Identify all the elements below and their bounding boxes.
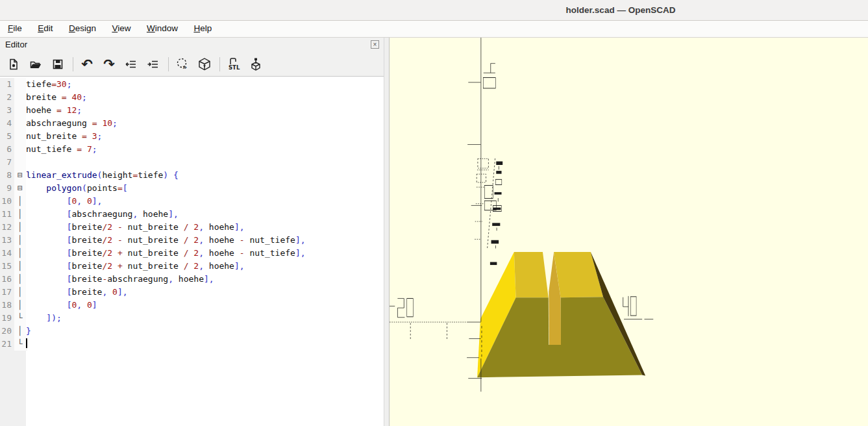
line-number: 6 bbox=[0, 143, 14, 156]
editor-panel: Editor × bbox=[0, 38, 384, 426]
code-editor[interactable]: 1tiefe=30;2breite = 40;3hoehe = 12;4absc… bbox=[0, 77, 384, 426]
fold-line: │ bbox=[14, 195, 26, 208]
code-line[interactable]: 21└ bbox=[0, 338, 384, 351]
print-3d-icon bbox=[249, 57, 263, 71]
code-text: [abschraegung, hoehe], bbox=[26, 208, 179, 221]
line-number: 3 bbox=[0, 104, 14, 117]
axis-ruler bbox=[390, 38, 482, 392]
line-number: 1 bbox=[0, 78, 14, 91]
unindent-button[interactable] bbox=[123, 56, 140, 73]
panel-splitter[interactable] bbox=[384, 38, 390, 426]
fold-line: │ bbox=[14, 234, 26, 247]
menu-window[interactable]: Window bbox=[140, 21, 184, 35]
preview-button[interactable]: » bbox=[174, 56, 191, 73]
menu-file[interactable]: File bbox=[1, 21, 29, 35]
code-text: polygon(points=[ bbox=[26, 182, 128, 195]
code-text: breite = 40; bbox=[26, 91, 87, 104]
close-icon[interactable]: × bbox=[371, 40, 379, 49]
code-line[interactable]: 13│ [breite/2 - nut_breite / 2, hoehe - … bbox=[0, 234, 384, 247]
toolbar-separator bbox=[219, 57, 220, 71]
send-to-print-button[interactable] bbox=[247, 56, 264, 73]
unindent-icon bbox=[125, 58, 138, 71]
redo-button[interactable]: ↷ bbox=[101, 56, 118, 73]
code-line[interactable]: 16│ [breite-abschraegung, hoehe], bbox=[0, 273, 384, 286]
fold-line: │ bbox=[14, 286, 26, 299]
code-line[interactable]: 12│ [breite/2 - nut_breite / 2, hoehe], bbox=[0, 221, 384, 234]
code-line[interactable]: 14│ [breite/2 + nut_breite / 2, hoehe - … bbox=[0, 247, 384, 260]
fold-line: └ bbox=[14, 312, 26, 325]
fold-line bbox=[14, 104, 26, 117]
export-stl-button[interactable]: STL bbox=[225, 56, 242, 73]
code-text: [breite-abschraegung, hoehe], bbox=[26, 273, 214, 286]
indent-button[interactable] bbox=[145, 56, 162, 73]
render-cube-icon bbox=[197, 57, 212, 71]
export-stl-icon: STL bbox=[226, 56, 242, 72]
editor-panel-header: Editor × bbox=[0, 38, 384, 52]
line-number: 2 bbox=[0, 91, 14, 104]
code-line[interactable]: 1tiefe=30; bbox=[0, 78, 384, 91]
menu-view[interactable]: View bbox=[105, 21, 137, 35]
line-number: 18 bbox=[0, 299, 14, 312]
undo-icon: ↶ bbox=[81, 58, 93, 71]
code-line[interactable]: 2breite = 40; bbox=[0, 91, 384, 104]
preview-icon: » bbox=[175, 57, 190, 71]
render-button[interactable] bbox=[196, 56, 213, 73]
code-line[interactable]: 9⊟ polygon(points=[ bbox=[0, 182, 384, 195]
save-file-button[interactable] bbox=[49, 56, 66, 73]
line-number: 13 bbox=[0, 234, 14, 247]
window-title: holder.scad — OpenSCAD bbox=[566, 0, 676, 20]
code-line[interactable]: 15│ [breite/2 + nut_breite / 2, hoehe], bbox=[0, 260, 384, 273]
line-number: 10 bbox=[0, 195, 14, 208]
code-text: nut_tiefe = 7; bbox=[26, 143, 97, 156]
menu-help[interactable]: Help bbox=[187, 21, 218, 35]
code-line[interactable]: 7 bbox=[0, 156, 384, 169]
fold-line bbox=[14, 117, 26, 130]
code-text: [0, 0] bbox=[26, 299, 97, 312]
open-file-button[interactable] bbox=[27, 56, 44, 73]
menu-design[interactable]: Design bbox=[62, 21, 103, 35]
code-text: [breite/2 - nut_breite / 2, hoehe], bbox=[26, 221, 245, 234]
text-cursor bbox=[26, 338, 27, 348]
line-number: 11 bbox=[0, 208, 14, 221]
svg-text:STL: STL bbox=[229, 64, 240, 71]
axis-label-right bbox=[623, 296, 654, 320]
code-line[interactable]: 17│ [breite, 0], bbox=[0, 286, 384, 299]
code-line[interactable]: 19└ ]); bbox=[0, 312, 384, 325]
new-file-icon bbox=[7, 58, 20, 71]
menu-bar: File Edit Design View Window Help bbox=[0, 21, 868, 38]
code-line[interactable]: 4abschraegung = 10; bbox=[0, 117, 384, 130]
line-number: 4 bbox=[0, 117, 14, 130]
code-line[interactable]: 8⊟linear_extrude(height=tiefe) { bbox=[0, 169, 384, 182]
code-line[interactable]: 20│} bbox=[0, 325, 384, 338]
code-line[interactable]: 18│ [0, 0] bbox=[0, 299, 384, 312]
line-number: 9 bbox=[0, 182, 14, 195]
code-text: [breite/2 + nut_breite / 2, hoehe - nut_… bbox=[26, 247, 306, 260]
fold-marker[interactable]: ⊟ bbox=[14, 182, 26, 195]
fold-marker[interactable]: ⊟ bbox=[14, 169, 26, 182]
code-text: abschraegung = 10; bbox=[26, 117, 118, 130]
fold-line: └ bbox=[14, 338, 26, 351]
title-bar[interactable]: holder.scad — OpenSCAD bbox=[0, 0, 868, 21]
code-line[interactable]: 10│ [0, 0], bbox=[0, 195, 384, 208]
svg-text:»: » bbox=[182, 63, 187, 71]
code-line[interactable]: 3hoehe = 12; bbox=[0, 104, 384, 117]
axis-tick-cluster bbox=[475, 158, 502, 265]
fold-line: │ bbox=[14, 208, 26, 221]
code-text: [breite/2 - nut_breite / 2, hoehe - nut_… bbox=[26, 234, 306, 247]
undo-button[interactable]: ↶ bbox=[79, 56, 95, 73]
fold-line: │ bbox=[14, 260, 26, 273]
code-line[interactable]: 6nut_tiefe = 7; bbox=[0, 143, 384, 156]
line-number: 19 bbox=[0, 312, 14, 325]
fold-line: │ bbox=[14, 325, 26, 338]
line-number: 7 bbox=[0, 156, 14, 169]
code-line[interactable]: 5nut_breite = 3; bbox=[0, 130, 384, 143]
code-line[interactable]: 11│ [abschraegung, hoehe], bbox=[0, 208, 384, 221]
3d-scene bbox=[390, 38, 868, 426]
new-file-button[interactable] bbox=[5, 56, 22, 73]
axis-label-top bbox=[484, 64, 496, 88]
code-editor-empty-area[interactable] bbox=[0, 351, 384, 426]
menu-edit[interactable]: Edit bbox=[31, 21, 59, 35]
code-text: [breite, 0], bbox=[26, 286, 128, 299]
line-number: 12 bbox=[0, 221, 14, 234]
3d-viewport[interactable] bbox=[390, 38, 868, 426]
